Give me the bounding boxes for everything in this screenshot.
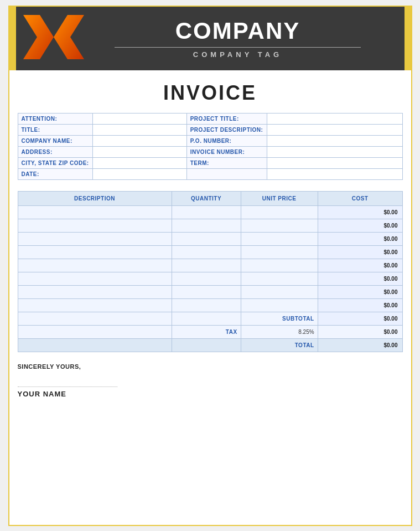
item-cost-7[interactable]: $0.00: [318, 299, 402, 312]
item-desc-4[interactable]: [18, 259, 172, 272]
total-value[interactable]: $0.00: [318, 339, 402, 352]
table-row: $0.00: [18, 259, 402, 272]
invoice-page: COMPANY COMPANY TAG INVOICE ATTENTION: P…: [8, 6, 412, 526]
table-row: $0.00: [18, 272, 402, 286]
label-term: TERM:: [186, 158, 267, 169]
table-row: $0.00: [18, 233, 402, 246]
item-desc-0[interactable]: [18, 206, 172, 219]
company-divider: [115, 47, 361, 48]
item-price-5[interactable]: [241, 272, 318, 286]
company-info: COMPANY COMPANY TAG: [84, 18, 403, 58]
total-empty-qty: [172, 339, 241, 352]
item-cost-5[interactable]: $0.00: [318, 272, 402, 286]
subtotal-empty-qty: [172, 312, 241, 326]
item-price-7[interactable]: [241, 299, 318, 312]
total-label: TOTAL: [241, 339, 318, 352]
tax-label: TAX: [172, 326, 241, 339]
label-company-name: COMPANY NAME:: [18, 136, 92, 147]
value-project-desc[interactable]: [267, 125, 402, 136]
subtotal-value[interactable]: $0.00: [318, 312, 402, 326]
tax-rate[interactable]: 8.25%: [241, 326, 318, 339]
table-row: $0.00: [18, 299, 402, 312]
item-qty-5[interactable]: [172, 272, 241, 286]
item-price-2[interactable]: [241, 233, 318, 246]
invoice-title: INVOICE: [9, 81, 411, 105]
billing-row-6: DATE:: [18, 169, 402, 180]
total-empty-desc: [18, 339, 172, 352]
billing-row-4: ADDRESS: INVOICE NUMBER:: [18, 147, 402, 158]
svg-marker-0: [23, 15, 54, 59]
value-empty-right: [267, 169, 402, 180]
item-cost-6[interactable]: $0.00: [318, 286, 402, 299]
subtotal-row: SUBTOTAL $0.00: [18, 312, 402, 326]
label-empty-right: [186, 169, 267, 180]
item-cost-2[interactable]: $0.00: [318, 233, 402, 246]
value-title[interactable]: [92, 125, 186, 136]
item-desc-2[interactable]: [18, 233, 172, 246]
item-cost-4[interactable]: $0.00: [318, 259, 402, 272]
value-date[interactable]: [92, 169, 186, 180]
your-name: YOUR NAME: [18, 386, 117, 398]
tax-row: TAX 8.25% $0.00: [18, 326, 402, 339]
value-term[interactable]: [267, 158, 402, 169]
value-po-number[interactable]: [267, 136, 402, 147]
x-logo-icon: [23, 12, 84, 65]
billing-row-1: ATTENTION: PROJECT TITLE:: [18, 114, 402, 125]
item-price-6[interactable]: [241, 286, 318, 299]
billing-row-2: TITLE: PROJECT DESCRIPTION:: [18, 125, 402, 136]
value-invoice-number[interactable]: [267, 147, 402, 158]
item-desc-6[interactable]: [18, 286, 172, 299]
table-row: $0.00: [18, 206, 402, 219]
total-row: TOTAL $0.00: [18, 339, 402, 352]
value-address[interactable]: [92, 147, 186, 158]
billing-row-3: COMPANY NAME: P.O. NUMBER:: [18, 136, 402, 147]
label-project-title: PROJECT TITLE:: [186, 114, 267, 125]
item-desc-1[interactable]: [18, 219, 172, 233]
company-name: COMPANY: [84, 18, 392, 44]
item-desc-3[interactable]: [18, 246, 172, 259]
item-qty-4[interactable]: [172, 259, 241, 272]
item-cost-0[interactable]: $0.00: [318, 206, 402, 219]
item-desc-7[interactable]: [18, 299, 172, 312]
table-row: $0.00: [18, 246, 402, 259]
value-city-state[interactable]: [92, 158, 186, 169]
footer-section: SINCERELY YOURS, YOUR NAME: [9, 355, 411, 525]
billing-table: ATTENTION: PROJECT TITLE: TITLE: PROJECT…: [18, 113, 403, 180]
item-desc-5[interactable]: [18, 272, 172, 286]
item-price-1[interactable]: [241, 219, 318, 233]
value-project-title[interactable]: [267, 114, 402, 125]
label-attention: ATTENTION:: [18, 114, 92, 125]
tax-value[interactable]: $0.00: [318, 326, 402, 339]
item-qty-6[interactable]: [172, 286, 241, 299]
col-header-quantity: QUANTITY: [172, 192, 241, 206]
label-invoice-number: INVOICE NUMBER:: [186, 147, 267, 158]
item-qty-1[interactable]: [172, 219, 241, 233]
label-city-state: CITY, STATE ZIP CODE:: [18, 158, 92, 169]
col-header-unit-price: UNIT PRICE: [241, 192, 318, 206]
value-company-name[interactable]: [92, 136, 186, 147]
subtotal-label: SUBTOTAL: [241, 312, 318, 326]
col-header-description: DESCRIPTION: [18, 192, 172, 206]
items-header-row: DESCRIPTION QUANTITY UNIT PRICE COST: [18, 192, 402, 206]
item-qty-7[interactable]: [172, 299, 241, 312]
table-row: $0.00: [18, 286, 402, 299]
item-price-3[interactable]: [241, 246, 318, 259]
item-price-4[interactable]: [241, 259, 318, 272]
item-cost-1[interactable]: $0.00: [318, 219, 402, 233]
label-date: DATE:: [18, 169, 92, 180]
logo-area: [15, 12, 84, 65]
header-accent-left: [9, 7, 16, 70]
tax-empty-desc: [18, 326, 172, 339]
item-price-0[interactable]: [241, 206, 318, 219]
items-section: DESCRIPTION QUANTITY UNIT PRICE COST $0.…: [9, 188, 411, 355]
item-cost-3[interactable]: $0.00: [318, 246, 402, 259]
col-header-cost: COST: [318, 192, 402, 206]
header: COMPANY COMPANY TAG: [9, 7, 411, 70]
item-qty-0[interactable]: [172, 206, 241, 219]
item-qty-2[interactable]: [172, 233, 241, 246]
billing-section: ATTENTION: PROJECT TITLE: TITLE: PROJECT…: [9, 110, 411, 188]
billing-row-5: CITY, STATE ZIP CODE: TERM:: [18, 158, 402, 169]
item-qty-3[interactable]: [172, 246, 241, 259]
header-accent-right: [405, 7, 411, 70]
value-attention[interactable]: [92, 114, 186, 125]
